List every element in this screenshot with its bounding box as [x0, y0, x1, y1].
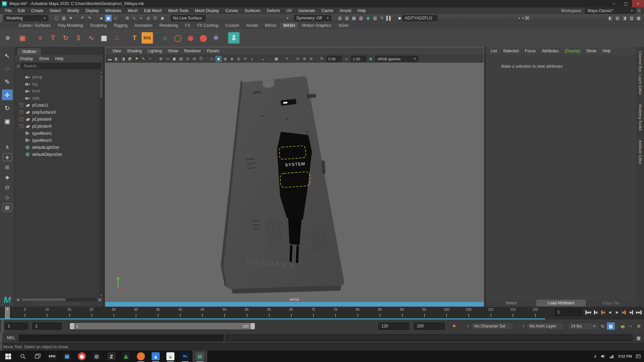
lock-icon[interactable]: ⚿: [638, 8, 641, 13]
toggle-attribute-editor-icon[interactable]: ◨: [621, 15, 628, 21]
select-tool[interactable]: ↖: [2, 50, 13, 61]
render-settings-icon[interactable]: ▧: [358, 15, 364, 21]
modeling-toolkit-grid-icon[interactable]: ▦: [3, 203, 12, 212]
outliner-item-pcube11[interactable]: +pCube11: [15, 102, 100, 109]
menu-file[interactable]: File: [2, 8, 14, 13]
menu-select[interactable]: Select: [47, 8, 64, 13]
command-line-input[interactable]: [19, 335, 223, 341]
shelf-tab-mash[interactable]: MASH: [280, 22, 299, 29]
menu-mesh[interactable]: Mesh: [125, 8, 141, 13]
field-chart-icon[interactable]: ⊡: [184, 56, 191, 62]
notification-icon[interactable]: [636, 354, 641, 358]
rename-field[interactable]: ADITYADZFLG: [402, 15, 437, 21]
app-firefox[interactable]: [133, 351, 148, 362]
bookmark-icon[interactable]: ⚑: [450, 322, 458, 330]
menu-cache[interactable]: Cache: [318, 8, 336, 13]
range-end-handle[interactable]: [251, 323, 255, 329]
snap-grid-icon[interactable]: ⊞: [124, 15, 130, 21]
select-button[interactable]: Select: [486, 300, 536, 306]
menu-help[interactable]: Help: [355, 8, 369, 13]
play-backwards-button[interactable]: ◀: [606, 308, 613, 316]
playback-start-field[interactable]: 1: [32, 322, 62, 330]
app-pinwheel[interactable]: ◉: [74, 351, 89, 362]
go-to-end-button[interactable]: ▶▶▌: [636, 308, 643, 316]
ae-menu-show[interactable]: Show: [583, 49, 599, 53]
ae-menu-help[interactable]: Help: [599, 49, 614, 53]
outliner-hscrollbar[interactable]: ◀ ▶: [15, 297, 103, 302]
outliner-item-polysurface3[interactable]: +polySurface3: [15, 109, 100, 116]
grip-handle[interactable]: [0, 14, 2, 22]
viewport-panel[interactable]: ViewShadingLightingShowRendererPanels ▬◧…: [105, 47, 484, 307]
side-tab-modeling-toolkit[interactable]: Modeling Toolkit: [638, 104, 642, 131]
shelf-tab-motion-graphics[interactable]: Motion Graphics: [299, 22, 334, 29]
snap-curve-icon[interactable]: ∿: [131, 15, 138, 21]
timeline-ticks[interactable]: 5101520253035404550556065707580859095100…: [3, 307, 544, 318]
select-hierarchy-icon[interactable]: ◈: [98, 15, 105, 21]
outliner-item-top[interactable]: top: [15, 80, 100, 87]
chevron-down-icon[interactable]: ▽: [465, 325, 469, 328]
app-photoshop[interactable]: Ps: [178, 351, 193, 362]
hidden-icons-chevron-icon[interactable]: ∧: [594, 354, 597, 359]
range-start-handle[interactable]: [70, 323, 74, 329]
mash-blob-icon[interactable]: ⬤: [198, 32, 209, 44]
outliner-item-defaultobjectset[interactable]: defaultObjectSet: [15, 151, 100, 158]
shelf-tab-custom[interactable]: Custom: [222, 22, 243, 29]
safe-title-icon[interactable]: Ⓣ: [198, 56, 204, 62]
shelf-tab-sculpting[interactable]: Sculpting: [87, 22, 110, 29]
ipr-render-icon[interactable]: ▨: [372, 15, 378, 21]
textured-icon[interactable]: ◍: [222, 56, 228, 62]
loop-icon[interactable]: ↻: [599, 322, 607, 330]
shelf-tab-curves-surfaces[interactable]: Curves / Surfaces: [15, 22, 54, 29]
menu-arnold[interactable]: Arnold: [336, 8, 354, 13]
scroll-left-icon[interactable]: ◀: [15, 298, 20, 302]
expand-icon[interactable]: +: [19, 117, 23, 121]
maximize-button[interactable]: ▢: [620, 0, 632, 7]
shelf-tab-bifrost[interactable]: Bifrost: [262, 22, 280, 29]
pause-icon[interactable]: ▌▌: [386, 15, 392, 21]
app-zbrush[interactable]: Z: [104, 351, 119, 362]
gate-mask-icon[interactable]: ▤: [178, 56, 184, 62]
motion-blur-icon[interactable]: ◌: [266, 56, 273, 62]
gamma-icon[interactable]: ◑: [343, 56, 350, 62]
animation-end-field[interactable]: 200: [414, 322, 445, 330]
menu-curves[interactable]: Curves: [222, 8, 241, 13]
shelf-gear-icon[interactable]: ⚙: [2, 32, 13, 44]
mash-ring-icon[interactable]: ◯: [172, 32, 183, 44]
grease-pencil-icon[interactable]: ✎: [140, 56, 147, 62]
snap-to-point-icon[interactable]: ⌖: [147, 56, 153, 62]
mash-curve-icon[interactable]: ∿: [86, 32, 97, 44]
toggle-channel-box-icon[interactable]: ▦: [635, 15, 642, 21]
search-button[interactable]: [15, 351, 30, 362]
make-live-icon[interactable]: ◉: [159, 15, 166, 21]
outliner-item-front[interactable]: front: [15, 87, 100, 95]
universal-manipulator-icon[interactable]: ⋔: [3, 143, 12, 151]
poly-cube-icon[interactable]: ▣: [17, 32, 28, 44]
current-time-field[interactable]: 1: [554, 308, 583, 316]
shelf-tab-poly-modeling[interactable]: Poly Modeling: [54, 22, 86, 29]
volume-icon[interactable]: [601, 354, 605, 358]
viewport-menu-renderer[interactable]: Renderer: [181, 49, 204, 53]
menu-surfaces[interactable]: Surfaces: [241, 8, 263, 13]
render-view-icon[interactable]: ▤: [336, 15, 343, 21]
menu-mesh-tools[interactable]: Mesh Tools: [165, 8, 192, 13]
side-tab-channel-box[interactable]: Channel Box / Layer Editor: [638, 51, 642, 95]
live-surface-field[interactable]: No Live Surface: [171, 15, 206, 21]
symmetry-field[interactable]: Symmetry: Off ▼: [294, 15, 331, 21]
task-view-button[interactable]: [30, 351, 45, 362]
mash-points-icon[interactable]: ∴: [111, 32, 122, 44]
menu-windows[interactable]: Windows: [102, 8, 124, 13]
safe-action-icon[interactable]: ⊟: [191, 56, 198, 62]
app-maya[interactable]: M: [193, 351, 207, 362]
shadows-icon[interactable]: ◐: [249, 56, 255, 62]
animation-start-field[interactable]: 1: [5, 322, 28, 330]
menu-edit-mesh[interactable]: Edit Mesh: [141, 8, 165, 13]
multisample-icon[interactable]: ▩: [273, 56, 279, 62]
expand-icon[interactable]: +: [19, 124, 23, 128]
clapperboard-icon[interactable]: ▬: [107, 56, 113, 62]
close-button[interactable]: ×: [632, 0, 644, 7]
menu-deform[interactable]: Deform: [264, 8, 283, 13]
chevron-down-icon[interactable]: ▼: [283, 17, 289, 20]
anim-layer-selector[interactable]: No Anim Layer: [527, 322, 564, 330]
outliner-item-persp[interactable]: persp: [15, 73, 100, 80]
snap-viewplane-icon[interactable]: ⊡: [152, 15, 159, 21]
